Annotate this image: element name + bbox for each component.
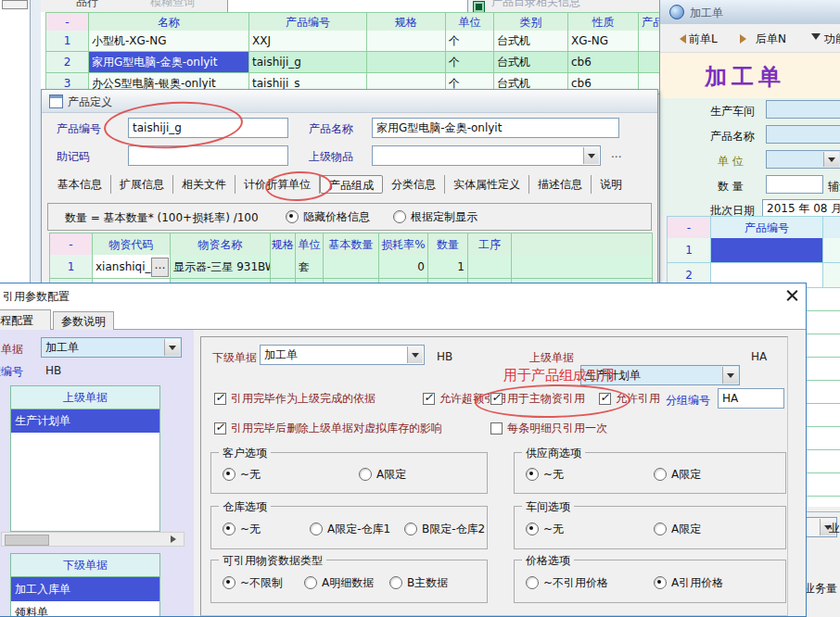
order-titlebar[interactable]: 加工单 xyxy=(660,0,840,25)
chevron-down-icon[interactable] xyxy=(407,346,423,363)
chevron-down-icon[interactable] xyxy=(722,367,738,384)
lower-doc-label: 下级单据 xyxy=(212,350,257,366)
radio-no-price-ref[interactable]: ~不引用价格 xyxy=(526,575,608,590)
code-input[interactable]: taishiji_g xyxy=(128,118,288,138)
radio-workshop-limited[interactable]: A限定 xyxy=(654,522,701,536)
radio-warehouse-2[interactable]: B限定-仓库2 xyxy=(404,522,485,536)
cell-code[interactable]: XXJ xyxy=(249,31,367,52)
list-item[interactable]: 领料单 xyxy=(11,601,159,617)
checkbox-completion-basis[interactable]: 引用完毕作为上级完成的依据 xyxy=(214,391,375,406)
menu-item-prev[interactable]: 前单L xyxy=(689,31,718,47)
referenced-doc-combo[interactable]: 加工单 xyxy=(41,337,182,358)
cell-selected[interactable] xyxy=(711,238,823,263)
cell-nature[interactable]: cb6 xyxy=(568,52,639,73)
unit-combo[interactable] xyxy=(766,150,840,169)
menu-item-function[interactable]: 功能 xyxy=(824,31,840,47)
cell-unit[interactable]: 套 xyxy=(296,255,324,279)
tab-pricing-unit[interactable]: 计价折算单位 xyxy=(235,175,320,194)
radio-master-data[interactable]: B主数据 xyxy=(389,575,448,590)
tab-related-files[interactable]: 相关文件 xyxy=(173,175,235,194)
lookup-button[interactable]: … xyxy=(151,258,169,277)
cell-unit[interactable]: 个 xyxy=(446,31,494,52)
cell-category[interactable]: 台式机 xyxy=(494,31,568,52)
cell-empty[interactable] xyxy=(512,255,653,279)
cell-extra[interactable] xyxy=(823,263,840,288)
chevron-down-icon[interactable] xyxy=(823,152,839,167)
radio-hide-price[interactable]: 隐藏价格信息 xyxy=(286,209,370,224)
radio-customer-limited[interactable]: A限定 xyxy=(359,467,406,482)
cell-spec[interactable] xyxy=(271,255,296,279)
cell-spec[interactable] xyxy=(367,52,446,73)
list-item-selected[interactable]: 加工入库单 xyxy=(11,577,159,601)
cell-material-name[interactable]: 显示器-三星 931BW xyxy=(171,255,271,279)
row-num[interactable]: 1 xyxy=(46,31,89,52)
chevron-down-icon[interactable] xyxy=(583,147,599,164)
checkbox-ref-once[interactable]: 每条明细只引用一次 xyxy=(490,421,607,435)
globe-icon xyxy=(669,5,684,19)
radio-supplier-limited[interactable]: A限定 xyxy=(654,467,701,482)
scrollbar-thumb[interactable] xyxy=(5,535,49,546)
mnemonic-input[interactable] xyxy=(128,145,288,166)
cell-unit[interactable]: 个 xyxy=(446,52,494,73)
radio-no-limit[interactable]: ~不限制 xyxy=(223,575,283,590)
name-input[interactable]: 家用G型电脑-金奥-onlyit xyxy=(372,118,619,138)
toolbar-icon[interactable] xyxy=(473,1,485,12)
chevron-down-icon[interactable] xyxy=(164,339,180,356)
lower-doc-combo[interactable]: 加工单 xyxy=(260,345,425,365)
checkbox-allow-ref[interactable]: 允许引用 xyxy=(599,391,660,406)
config-dialog-titlebar[interactable]: 引用参数配置 xyxy=(0,283,806,308)
tab-description[interactable]: 描述信息 xyxy=(529,175,592,194)
cell-nature[interactable]: XG-NG xyxy=(568,31,639,52)
radio-supplier-none[interactable]: ~无 xyxy=(526,467,564,482)
cell-category[interactable]: 台式机 xyxy=(494,52,568,73)
group-no-input[interactable]: HA xyxy=(718,388,784,409)
more-button[interactable]: ... xyxy=(611,147,621,160)
row-num[interactable]: 2 xyxy=(46,52,89,73)
cell-loss-rate[interactable]: 0 xyxy=(379,255,428,279)
scrollbar-arrow-icon[interactable] xyxy=(171,535,180,543)
radio-detail-data[interactable]: A明细数据 xyxy=(304,575,374,590)
tab-entity-attributes[interactable]: 实体属性定义 xyxy=(445,175,529,194)
batch-date-field[interactable]: 2015 年 08 月 xyxy=(762,199,840,218)
radio-workshop-none[interactable]: ~无 xyxy=(526,522,564,536)
cell-extra[interactable] xyxy=(639,52,659,73)
tab-basic-info[interactable]: 基本信息 xyxy=(49,175,111,194)
checkbox-delete-virtual-stock[interactable]: 引用完毕后删除上级单据对虚拟库存的影响 xyxy=(214,421,442,435)
tab-flow-config[interactable]: 流程配置 xyxy=(0,309,51,331)
row-num[interactable]: 1 xyxy=(668,238,711,263)
parent-item-combo[interactable] xyxy=(372,145,601,166)
formula-bar: 数量 = 基本数量* (100+损耗率) /100 隐藏价格信息 根据定制显示 xyxy=(47,203,652,231)
radio-customer-none[interactable]: ~无 xyxy=(223,467,261,482)
horizontal-scrollbar[interactable] xyxy=(1,532,185,547)
tab-extended-info[interactable]: 扩展信息 xyxy=(111,175,173,194)
qty-field[interactable] xyxy=(766,175,823,194)
cell-spec[interactable] xyxy=(367,31,446,52)
cell-base-qty[interactable] xyxy=(324,255,379,279)
cell-name-selected[interactable]: 家用G型电脑-金奥-onlyit xyxy=(89,52,249,73)
cell-extra[interactable] xyxy=(639,31,659,52)
tab-product-composition[interactable]: 产品组成 xyxy=(320,175,383,194)
product-dialog-titlebar[interactable]: 产品定义 xyxy=(42,90,657,113)
cell-extra[interactable] xyxy=(823,238,840,263)
sidebar-button-fragment[interactable] xyxy=(2,0,28,9)
tab-parameter-notes[interactable]: 参数说明 xyxy=(53,311,114,331)
catalog-header-num: - xyxy=(46,13,89,31)
radio-warehouse-1[interactable]: A限定-仓库1 xyxy=(310,522,390,536)
radio-custom-display[interactable]: 根据定制显示 xyxy=(393,209,477,224)
tab-classification[interactable]: 分类信息 xyxy=(383,175,445,194)
row-num[interactable]: 1 xyxy=(50,255,93,279)
cell-process[interactable] xyxy=(468,255,512,279)
toolbar-search-input[interactable] xyxy=(227,0,468,12)
cell-qty[interactable]: 1 xyxy=(428,255,468,279)
radio-warehouse-none[interactable]: ~无 xyxy=(223,522,261,536)
list-item-selected[interactable]: 生产计划单 xyxy=(11,409,159,433)
cell-code-editable[interactable]: xianshiqi_g… xyxy=(93,255,171,279)
product-name-field[interactable] xyxy=(766,125,840,144)
menu-item-next[interactable]: 后单N xyxy=(756,31,786,47)
checkbox-main-material-ref[interactable]: 用于主物资引用 xyxy=(490,391,585,406)
cell-code[interactable]: taishiji_g xyxy=(249,52,367,73)
cell-name[interactable]: 小型机-XG-NG xyxy=(89,31,249,52)
workshop-field[interactable] xyxy=(766,100,840,119)
tab-notes[interactable]: 说明 xyxy=(592,175,630,194)
radio-price-ref[interactable]: A引用价格 xyxy=(654,575,723,590)
